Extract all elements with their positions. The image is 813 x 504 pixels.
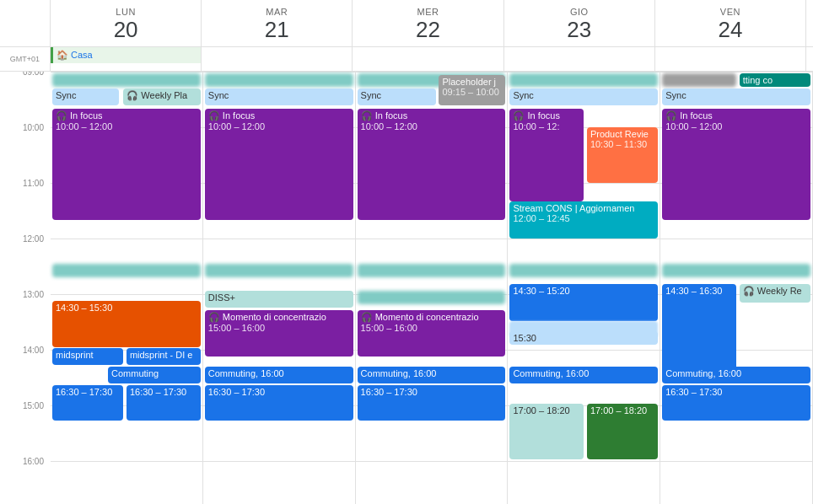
event-mon-blurred2[interactable] (52, 264, 201, 277)
event-tue-blurred1[interactable] (205, 73, 353, 87)
event-wed-blurred2[interactable] (358, 264, 506, 277)
event-title: Sync (665, 90, 807, 100)
event-title: Commuting, 16:00 (361, 368, 503, 378)
event-title: Product Revie (590, 129, 654, 139)
day-header-wed: MER 22 (353, 0, 503, 46)
col-wed: Placeholder j 09:15 – 10:00 Sync 🎧 In fo… (356, 72, 509, 504)
event-fri-1630[interactable]: 16:30 – 17:30 (662, 385, 810, 421)
event-tue-momento[interactable]: 🎧 Momento di concentrazio 15:00 – 16:00 (205, 310, 353, 357)
event-title: DISS+ (208, 292, 350, 303)
event-wed-blurred3[interactable] (358, 291, 506, 304)
event-mon-orange[interactable]: 14:30 – 15:30 (52, 301, 201, 347)
event-title: 14:30 – 15:30 (56, 303, 197, 313)
event-title: 🎧 Weekly Pla (127, 90, 197, 101)
day-name-wed: MER (353, 7, 503, 17)
event-tue-blurred2[interactable] (205, 264, 353, 277)
event-title: 16:30 – 17:30 (130, 387, 197, 397)
allday-cell-mon: 🏠 Casa (51, 47, 202, 71)
event-fri-sync[interactable]: Sync (662, 88, 810, 105)
event-tue-diss[interactable]: DISS+ (205, 291, 353, 308)
event-tue-sync[interactable]: Sync (205, 88, 353, 105)
event-thu-product[interactable]: Product Revie 10:30 – 11:30 (587, 127, 658, 183)
event-thu-1700-1[interactable]: 17:00 – 18:20 (509, 404, 584, 459)
time-1600: 16:00 (23, 457, 44, 466)
time-1500: 15:00 (23, 401, 44, 410)
event-wed-commuting[interactable]: Commuting, 16:00 (358, 367, 506, 383)
event-fri-blurred1[interactable] (662, 73, 736, 87)
event-mon-blurred1[interactable] (52, 73, 201, 87)
day-header-thu: GIO 23 (504, 0, 655, 46)
time-gutter: 09:00 10:00 11:00 12:00 13:00 14:00 15:0… (0, 72, 51, 504)
event-fri-teal[interactable]: tting co (740, 73, 810, 87)
event-fri-1430[interactable]: 14:30 – 16:30 (662, 284, 736, 377)
event-title: 15:30 (513, 333, 654, 343)
event-mon-sync[interactable]: Sync (52, 88, 119, 105)
event-tue-1630[interactable]: 16:30 – 17:30 (205, 385, 353, 421)
event-title: 🎧 Momento di concentrazio (361, 312, 503, 323)
col-fri: tting co Sync 🎧 In focus 10:00 – 12:00 1… (660, 72, 813, 504)
event-thu-sync[interactable]: Sync (509, 88, 658, 105)
event-wed-1630[interactable]: 16:30 – 17:30 (358, 385, 506, 421)
event-title: tting co (743, 75, 807, 85)
event-thu-infocus[interactable]: 🎧 In focus 10:00 – 12: (509, 109, 584, 201)
event-thu-blurred1[interactable] (509, 73, 658, 87)
event-fri-blurred2[interactable] (662, 264, 810, 277)
event-fri-commuting[interactable]: Commuting, 16:00 (662, 367, 810, 383)
event-mon-midsprint2[interactable]: midsprint - DI e (127, 348, 201, 365)
event-wed-sync[interactable]: Sync (358, 88, 436, 105)
calendar-body[interactable]: 09:00 10:00 11:00 12:00 13:00 14:00 15:0… (0, 72, 813, 504)
event-mon-infocus[interactable]: 🎧 In focus 10:00 – 12:00 (52, 109, 201, 220)
event-title: 🎧 In focus (56, 110, 197, 121)
event-wed-infocus[interactable]: 🎧 In focus 10:00 – 12:00 (358, 109, 506, 220)
event-mon-weekly[interactable]: 🎧 Weekly Pla (123, 88, 201, 105)
time-1000: 10:00 (23, 123, 44, 132)
event-thu-1700-2[interactable]: 17:00 – 18:20 (587, 404, 658, 459)
event-time: 10:00 – 12: (513, 121, 580, 131)
event-time: 10:00 – 12:00 (361, 121, 503, 131)
event-wed-momento[interactable]: 🎧 Momento di concentrazio 15:00 – 16:00 (358, 310, 506, 357)
event-fri-weekly[interactable]: 🎧 Weekly Re (740, 284, 810, 303)
event-fri-infocus[interactable]: 🎧 In focus 10:00 – 12:00 (662, 109, 810, 220)
event-wed-placeholder[interactable]: Placeholder j 09:15 – 10:00 (439, 75, 505, 105)
event-title: Commuting, 16:00 (513, 368, 654, 378)
day-header-mon: LUN 20 (51, 0, 202, 46)
event-title: 17:00 – 18:20 (590, 405, 654, 416)
day-num-wed: 22 (353, 17, 503, 43)
event-title: 16:30 – 17:30 (56, 387, 120, 397)
col-mon: Sync 🎧 Weekly Pla 🎧 In focus 10:00 – 12:… (51, 72, 203, 504)
allday-event-casa[interactable]: 🏠 Casa (51, 47, 201, 63)
event-thu-commuting[interactable]: Commuting, 16:00 (509, 367, 658, 383)
event-thu-stream[interactable]: Stream CONS | Aggiornamen 12:00 – 12:45 (509, 201, 658, 239)
event-title: Sync (208, 90, 350, 100)
event-mon-1630-1[interactable]: 16:30 – 17:30 (52, 385, 123, 421)
event-title: Placeholder j (442, 77, 502, 87)
event-title: 🎧 Weekly Re (743, 286, 807, 297)
event-title: 🎧 Momento di concentrazio (208, 312, 350, 323)
event-thu-blurred2[interactable] (509, 264, 658, 277)
event-mon-1630-2[interactable]: 16:30 – 17:30 (127, 385, 201, 421)
time-0900: 09:00 (23, 72, 44, 77)
days-grid: Sync 🎧 Weekly Pla 🎧 In focus 10:00 – 12:… (51, 72, 813, 504)
allday-cell-tue (202, 47, 353, 71)
event-title: 14:30 – 15:20 (513, 286, 654, 296)
event-thu-1430[interactable]: 14:30 – 15:20 (509, 284, 658, 321)
event-tue-infocus[interactable]: 🎧 In focus 10:00 – 12:00 (205, 109, 353, 220)
event-mon-commuting[interactable]: Commuting (108, 367, 201, 383)
event-title: Stream CONS | Aggiornamen (513, 203, 654, 213)
event-title: Sync (56, 90, 116, 100)
timezone-allday: GMT+01 (0, 47, 51, 71)
day-headers: LUN 20 MAR 21 MER 22 GIO 23 VEN 24 (0, 0, 813, 47)
event-title: 17:00 – 18:20 (513, 405, 580, 416)
event-thu-1530[interactable]: 15:30 (509, 331, 658, 345)
allday-cell-thu (504, 47, 655, 71)
event-time: 10:00 – 12:00 (665, 121, 807, 131)
event-title: 🎧 In focus (513, 110, 580, 121)
timezone-label (0, 0, 51, 46)
event-tue-commuting[interactable]: Commuting, 16:00 (205, 367, 353, 383)
day-name-thu: GIO (504, 7, 654, 17)
event-mon-midsprint1[interactable]: midsprint (52, 348, 123, 365)
event-title: Commuting, 16:00 (665, 368, 807, 378)
day-name-fri: VEN (655, 7, 805, 17)
event-time: 10:30 – 11:30 (590, 139, 654, 149)
event-time: 10:00 – 12:00 (208, 121, 350, 131)
